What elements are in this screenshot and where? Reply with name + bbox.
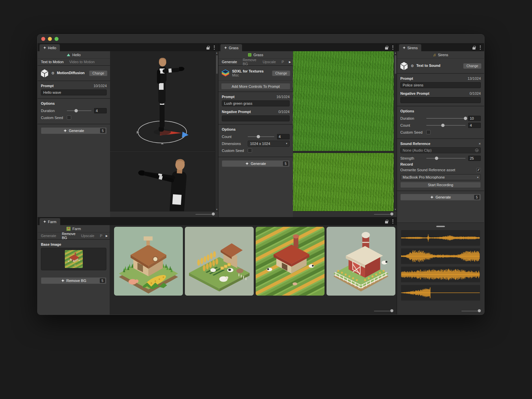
dimensions-dropdown[interactable]: 1024 x 1024 ▾ (248, 141, 290, 147)
generate-button[interactable]: Generate 5 (222, 160, 290, 167)
custom-seed-checkbox[interactable] (248, 148, 252, 153)
lock-icon[interactable] (472, 47, 475, 50)
hello-prompt-input[interactable]: Hello wave (41, 89, 107, 95)
duration-value-field[interactable]: 4 (94, 108, 107, 113)
base-image-field[interactable] (41, 248, 106, 270)
tab-farm[interactable]: Farm (40, 218, 60, 225)
clear-reference-icon[interactable]: × (479, 142, 481, 146)
minimize-window-button[interactable] (48, 37, 52, 41)
menu-upscale[interactable]: Upscale (81, 234, 94, 238)
generate-count-badge: 5 (474, 195, 479, 200)
object-picker-icon[interactable] (475, 149, 478, 152)
tab-hello[interactable]: Hello (40, 44, 60, 51)
duration-slider[interactable] (426, 116, 466, 120)
lock-icon[interactable] (385, 221, 388, 223)
vertical-scrollbar[interactable]: ▲ ▼ (215, 51, 218, 211)
menu-generate[interactable]: Generate (222, 60, 237, 64)
strength-slider[interactable] (426, 156, 466, 160)
motion-preview-1[interactable] (110, 51, 218, 151)
menu-pattern-truncated[interactable]: P (100, 234, 102, 238)
grass-prompt-input[interactable]: Lush green grass (222, 100, 290, 106)
add-more-controls-button[interactable]: Add More Controls To Prompt (221, 83, 290, 89)
tab-grass[interactable]: Grass (220, 44, 242, 51)
splitter-handle[interactable] (436, 226, 445, 227)
panel-menu-icon[interactable] (392, 219, 394, 224)
zoom-slider[interactable] (374, 212, 393, 216)
count-value-field[interactable]: 4 (468, 123, 481, 128)
audio-result-4[interactable] (401, 285, 480, 301)
scroll-down-icon[interactable]: ▼ (216, 208, 218, 211)
change-model-button[interactable]: Change (463, 63, 481, 69)
strength-value-field[interactable]: 25 (468, 156, 481, 161)
count-value-field[interactable]: 4 (277, 134, 290, 139)
farm-result-image-1[interactable] (114, 227, 183, 296)
scroll-down-icon[interactable]: ▼ (394, 208, 396, 211)
sprite-asset-icon (66, 227, 70, 231)
duration-slider[interactable] (67, 109, 91, 113)
lock-icon[interactable] (385, 47, 388, 50)
menu-overflow-icon[interactable]: ▶ (289, 61, 291, 64)
panel-menu-icon[interactable] (392, 45, 394, 50)
texture-asset-icon (248, 53, 251, 57)
hello-options-section: Options Duration 4 Custom Seed (38, 99, 110, 124)
duration-value-field[interactable]: 10 (468, 116, 481, 121)
audio-result-3[interactable] (401, 267, 480, 282)
menu-upscale[interactable]: Upscale (263, 60, 276, 64)
sirens-prompt-input[interactable]: Police sirens (400, 82, 481, 88)
remove-bg-button[interactable]: Remove BG 5 (41, 277, 106, 284)
sirens-model-name: Text to Sound (416, 64, 441, 68)
hello-model-row: ⚙ MotionDiffusion Change (38, 66, 110, 81)
scrollbar-thumb[interactable] (216, 55, 218, 74)
count-label: Count (222, 135, 248, 139)
menu-remove-bg[interactable]: Remove BG (243, 58, 257, 66)
sirens-header-label: Sirens (438, 53, 448, 57)
panel-menu-icon[interactable] (213, 45, 215, 50)
scroll-up-icon[interactable]: ▲ (394, 51, 396, 55)
maximize-window-button[interactable] (55, 37, 59, 41)
generate-button[interactable]: Generate 5 (41, 127, 107, 134)
panel-menu-icon[interactable] (479, 45, 481, 50)
grass-negative-prompt-input[interactable] (222, 115, 290, 121)
scroll-up-icon[interactable]: ▲ (216, 51, 218, 55)
tab-video-to-motion[interactable]: Video to Motion (69, 60, 94, 64)
count-slider[interactable] (248, 135, 274, 139)
grass-model-row: SDXL for Textures Misc Change (218, 66, 293, 81)
menu-remove-bg[interactable]: Remove BG (62, 232, 75, 240)
tab-text-to-motion[interactable]: Text to Motion (41, 60, 64, 64)
lock-icon[interactable] (206, 47, 209, 50)
scrollbar-thumb[interactable] (395, 55, 396, 74)
audio-result-1[interactable] (401, 230, 480, 246)
change-model-button[interactable]: Change (89, 70, 107, 76)
grass-texture-result-2[interactable] (293, 153, 394, 211)
custom-seed-checkbox[interactable] (426, 130, 431, 134)
motion-preview-2[interactable] (110, 153, 218, 211)
generate-button[interactable]: Generate 5 (400, 194, 481, 200)
custom-seed-checkbox[interactable] (67, 115, 71, 120)
farm-result-image-2[interactable] (185, 227, 254, 296)
zoom-slider[interactable] (462, 309, 481, 313)
sirens-prompt-section: Prompt 13/1024 Police sirens (397, 74, 484, 89)
sparkle-icon (245, 162, 249, 165)
microphone-dropdown[interactable]: MacBook Pro Microphone ▾ (400, 174, 481, 180)
farm-result-image-4[interactable] (327, 227, 395, 296)
motion-character-side (110, 51, 215, 151)
start-recording-button[interactable]: Start Recording (400, 182, 481, 188)
change-model-button[interactable]: Change (272, 70, 290, 76)
zoom-slider[interactable] (374, 309, 393, 313)
sound-reference-object-field[interactable]: None (Audio Clip) (400, 147, 481, 153)
close-window-button[interactable] (41, 37, 45, 41)
grass-texture-result-1[interactable] (293, 51, 394, 151)
overwrite-reference-checkbox[interactable]: ✓ (476, 168, 481, 172)
count-slider[interactable] (426, 123, 466, 127)
menu-pattern-truncated[interactable]: P (282, 60, 284, 64)
tab-sirens[interactable]: Sirens (399, 44, 421, 51)
audio-result-2[interactable] (401, 248, 480, 264)
sirens-negative-prompt-input[interactable] (400, 97, 481, 103)
menu-generate[interactable]: Generate (41, 234, 56, 238)
farm-result-image-3[interactable] (256, 227, 325, 296)
zoom-slider[interactable] (196, 212, 215, 216)
remove-bg-label: Remove BG (66, 279, 86, 283)
vertical-scrollbar[interactable]: ▲ ▼ (394, 51, 397, 211)
menu-overflow-icon[interactable]: ▶ (106, 234, 108, 237)
custom-seed-label: Custom Seed (400, 130, 426, 134)
